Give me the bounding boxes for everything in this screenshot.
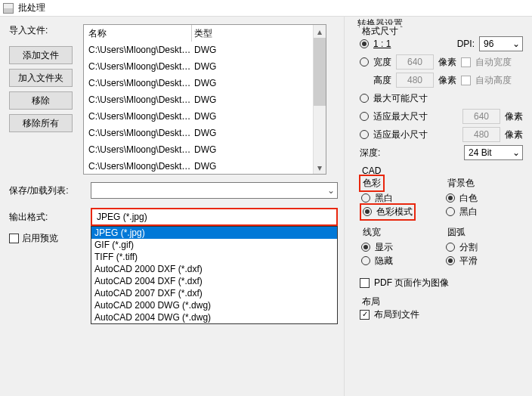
output-option[interactable]: TIFF (*.tiff) (91, 251, 337, 263)
output-format-dropdown[interactable]: JPEG (*.jpg)GIF (*.gif)TIFF (*.tiff)Auto… (91, 226, 338, 324)
table-row[interactable]: C:\Users\Mloong\Deskt…DWG (84, 75, 313, 91)
width-input[interactable]: 640 (396, 54, 434, 70)
auto-width-checkbox[interactable] (461, 57, 471, 67)
height-input[interactable]: 480 (396, 73, 434, 88)
lw-show-radio[interactable] (361, 243, 370, 252)
column-resize[interactable] (191, 25, 192, 42)
table-row[interactable]: C:\Users\Mloong\Deskt…DWG (84, 158, 313, 174)
titlebar: 批处理 (0, 0, 532, 17)
arc-split-radio[interactable] (446, 243, 455, 252)
import-label: 导入文件: (9, 24, 73, 37)
dpi-select[interactable]: 96⌄ (479, 36, 523, 51)
max-possible-radio[interactable] (360, 94, 369, 103)
window-title: 批处理 (18, 2, 45, 14)
output-option[interactable]: GIF (*.gif) (91, 239, 337, 251)
enable-preview-label: 启用预览 (22, 232, 58, 245)
fit-max-radio[interactable] (360, 112, 369, 121)
remove-all-button[interactable]: 移除所有 (9, 114, 73, 132)
bg-black-radio[interactable] (446, 207, 455, 216)
table-row[interactable]: C:\Users\Mloong\Deskt…DWG (84, 58, 313, 75)
ratio-1-1-radio[interactable] (360, 39, 369, 48)
output-option[interactable]: AutoCAD 2007 DXF (*.dxf) (91, 287, 337, 299)
table-row[interactable]: C:\Users\Mloong\Deskt…DWG (84, 42, 313, 58)
fit-min-input[interactable]: 480 (462, 127, 500, 142)
auto-height-checkbox[interactable] (461, 76, 471, 85)
col-name[interactable]: 名称 (84, 27, 191, 40)
file-list-header[interactable]: 名称 类型 (84, 25, 313, 42)
output-format-label: 输出格式: (9, 211, 91, 224)
scroll-thumb[interactable] (314, 38, 326, 106)
col-type[interactable]: 类型 (191, 27, 313, 40)
table-row[interactable]: C:\Users\Mloong\Deskt…DWG (84, 91, 313, 108)
fit-min-radio[interactable] (360, 130, 369, 139)
lw-hide-radio[interactable] (361, 256, 370, 265)
arc-group: 圆弧 分割 平滑 (444, 223, 523, 269)
chevron-down-icon: ⌄ (512, 147, 520, 158)
pdf-as-image-checkbox[interactable] (360, 278, 370, 288)
file-list[interactable]: 名称 类型 C:\Users\Mloong\Deskt…DWGC:\Users\… (83, 24, 326, 175)
output-format-select[interactable]: JPEG (*.jpg) JPEG (*.jpg)GIF (*.gif)TIFF… (91, 208, 338, 226)
scrollbar[interactable]: ▴ ▾ (313, 25, 326, 174)
layout-to-file-checkbox[interactable] (360, 310, 370, 320)
color-mode-radio[interactable] (363, 207, 372, 216)
format-size-group: 格式尺寸 1 : 1 DPI: 96⌄ 宽度 640 像素 自动宽度 (355, 30, 527, 166)
layout-group: 布局 布局到文件 (355, 301, 527, 323)
table-row[interactable]: C:\Users\Mloong\Deskt…DWG (84, 125, 313, 141)
output-option[interactable]: AutoCAD 2004 DWG (*.dwg) (91, 311, 337, 323)
table-row[interactable]: C:\Users\Mloong\Deskt…DWG (84, 141, 313, 158)
output-option[interactable]: AutoCAD 2004 DXF (*.dxf) (91, 275, 337, 287)
cad-group: CAD 色彩 黑白 色彩模式 背景色 白色 黑白 线宽 (355, 171, 527, 296)
table-row[interactable]: C:\Users\Mloong\Deskt…DWG (84, 108, 313, 125)
output-option[interactable]: AutoCAD 2000 DXF (*.dxf) (91, 263, 337, 275)
scroll-down-icon[interactable]: ▾ (314, 161, 326, 174)
save-list-label: 保存/加载列表: (9, 184, 91, 197)
fit-max-input[interactable]: 640 (462, 109, 500, 124)
color-bw-radio[interactable] (361, 193, 370, 203)
remove-button[interactable]: 移除 (9, 91, 73, 110)
arc-smooth-radio[interactable] (446, 256, 455, 265)
bg-white-radio[interactable] (446, 193, 455, 203)
output-option[interactable]: JPEG (*.jpg) (91, 227, 337, 239)
width-radio[interactable] (360, 57, 369, 67)
bg-group: 背景色 白色 黑白 (444, 174, 523, 220)
enable-preview-checkbox[interactable] (9, 234, 19, 243)
app-icon (3, 3, 14, 14)
add-folder-button[interactable]: 加入文件夹 (9, 69, 73, 87)
chevron-down-icon: ⌄ (512, 39, 520, 49)
color-group: 色彩 黑白 色彩模式 (360, 174, 438, 220)
linewidth-group: 线宽 显示 隐藏 (360, 223, 438, 269)
save-list-select[interactable]: ⌄ (91, 182, 338, 199)
converter-settings: 转换器设置 格式尺寸 1 : 1 DPI: 96⌄ 宽度 640 像素 自动宽度 (351, 23, 532, 333)
output-option[interactable]: AutoCAD 2000 DWG (*.dwg) (91, 299, 337, 311)
add-file-button[interactable]: 添加文件 (9, 46, 73, 64)
depth-select[interactable]: 24 Bit⌄ (464, 145, 523, 160)
scroll-up-icon[interactable]: ▴ (314, 25, 326, 38)
chevron-down-icon: ⌄ (327, 185, 335, 196)
